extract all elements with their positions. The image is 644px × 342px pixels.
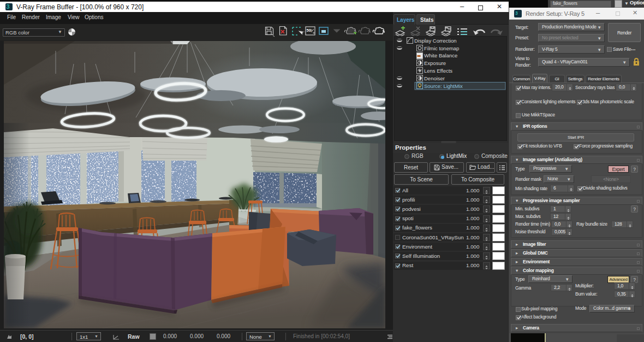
svg-text:Source: LightMix: Source: LightMix: [424, 83, 463, 89]
svg-text:Denoiser: Denoiser: [424, 75, 445, 81]
svg-text:Display Correction: Display Correction: [414, 38, 457, 44]
svg-text:Exposure: Exposure: [424, 60, 446, 66]
svg-text:50: 50: [307, 28, 311, 33]
svg-text:Lens Effects: Lens Effects: [424, 68, 452, 74]
svg-text:White Balance: White Balance: [424, 52, 457, 58]
svg-text:Filmic tonemap: Filmic tonemap: [424, 45, 459, 51]
